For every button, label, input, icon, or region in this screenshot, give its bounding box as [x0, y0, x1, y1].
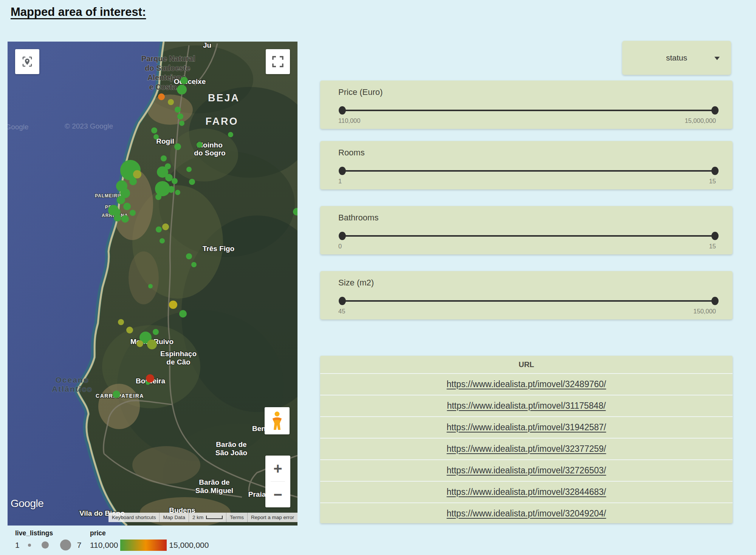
listing-point[interactable]: [136, 340, 143, 347]
map-label: do Sudoeste: [145, 64, 190, 72]
bathrooms-slider-track[interactable]: [342, 232, 715, 240]
map-label: Atlântico: [52, 384, 93, 393]
listing-point[interactable]: [114, 214, 121, 222]
size-slider-max: 150,000: [693, 308, 716, 315]
listing-point[interactable]: [160, 238, 165, 243]
price-slider-handle-max[interactable]: [711, 106, 719, 115]
keyboard-shortcuts-link[interactable]: Keyboard shortcuts: [108, 513, 159, 522]
rooms-slider-range: 1 15: [338, 178, 716, 185]
map-label: de Cão: [166, 358, 190, 366]
map-label: BEJA: [208, 92, 240, 104]
listing-point[interactable]: [147, 340, 157, 349]
price-color-gradient: [120, 539, 167, 551]
listing-point[interactable]: [177, 85, 187, 95]
price-slider-max: 15,000,000: [685, 117, 716, 124]
fullscreen-icon: [272, 56, 284, 67]
bathrooms-slider-handle-min[interactable]: [339, 232, 346, 240]
fullscreen-button[interactable]: [266, 49, 290, 74]
rooms-slider-handle-min[interactable]: [339, 167, 346, 175]
listing-point[interactable]: [168, 99, 174, 105]
map-label: São Miguel: [195, 487, 233, 495]
listing-point[interactable]: [174, 143, 181, 150]
listing-point[interactable]: [186, 167, 192, 172]
rooms-slider-track[interactable]: [342, 167, 715, 175]
size-slider-handle-max[interactable]: [711, 297, 719, 305]
listing-point[interactable]: [151, 127, 157, 133]
listing-link[interactable]: https://www.idealista.pt/imovel/32844683…: [447, 487, 606, 497]
listing-point[interactable]: [197, 142, 203, 148]
listing-point[interactable]: [126, 327, 133, 333]
listing-point[interactable]: [121, 215, 129, 223]
size-slider-handle-min[interactable]: [339, 297, 346, 305]
listing-point[interactable]: [133, 170, 141, 178]
bathrooms-slider-handle-max[interactable]: [711, 232, 719, 240]
listing-point[interactable]: [153, 329, 159, 335]
zoom-in-button[interactable]: +: [265, 456, 290, 481]
listing-point[interactable]: [129, 178, 137, 185]
listing-point[interactable]: [168, 186, 175, 193]
url-table-header: URL: [320, 356, 733, 373]
listing-point[interactable]: [130, 210, 136, 216]
price-legend-title: price: [90, 529, 209, 537]
listing-point[interactable]: [113, 391, 120, 398]
listing-point[interactable]: [155, 181, 170, 196]
url-table: URL https://www.idealista.pt/imovel/3248…: [320, 356, 733, 523]
zoom-out-button[interactable]: −: [265, 482, 290, 507]
listing-point[interactable]: [165, 174, 173, 181]
listing-point[interactable]: [189, 179, 195, 185]
listing-point[interactable]: [162, 223, 169, 230]
listing-link[interactable]: https://www.idealista.pt/imovel/32049204…: [447, 508, 606, 519]
price-slider-label: Price (Euro): [338, 87, 383, 97]
listing-point[interactable]: [161, 155, 167, 161]
listing-point[interactable]: [179, 310, 187, 318]
map-scale: 2 km: [189, 513, 226, 522]
listing-link[interactable]: https://www.idealista.pt/imovel/32726503…: [447, 465, 606, 476]
listing-point[interactable]: [146, 374, 154, 383]
status-dropdown-label: status: [666, 53, 687, 62]
size-slider-panel: Size (m2) 45 150,000: [320, 271, 733, 319]
listing-point[interactable]: [179, 121, 184, 126]
listing-point[interactable]: [123, 203, 131, 210]
listing-point[interactable]: [228, 132, 233, 137]
map-label: Ben: [252, 425, 266, 433]
map-label: Oceano: [55, 375, 89, 384]
price-slider-track[interactable]: [342, 106, 715, 115]
listing-point[interactable]: [191, 262, 197, 267]
listing-point[interactable]: [117, 196, 125, 204]
listing-link[interactable]: https://www.idealista.pt/imovel/31175848…: [447, 401, 606, 411]
listing-point[interactable]: [169, 301, 177, 309]
status-dropdown[interactable]: status: [622, 41, 731, 75]
listing-point[interactable]: [148, 284, 153, 288]
map-label: © 2023 Google: [65, 122, 113, 130]
listing-point[interactable]: [177, 113, 183, 119]
report-map-error-link[interactable]: Report a map error: [247, 513, 297, 522]
price-slider-handle-min[interactable]: [339, 106, 346, 115]
listing-point[interactable]: [158, 93, 165, 100]
rooms-slider-handle-max[interactable]: [711, 167, 719, 175]
chevron-down-icon: [714, 57, 720, 60]
scale-bar: [206, 516, 223, 519]
listing-point[interactable]: [155, 194, 161, 200]
listing-link[interactable]: https://www.idealista.pt/imovel/32489760…: [447, 379, 606, 389]
map-label: Odeceixe: [174, 78, 206, 85]
terms-link[interactable]: Terms: [226, 513, 247, 522]
listing-link[interactable]: https://www.idealista.pt/imovel/32377259…: [447, 444, 606, 454]
my-location-button[interactable]: [15, 49, 39, 74]
listing-point[interactable]: [108, 205, 119, 215]
listing-point[interactable]: [172, 178, 178, 184]
map-data-link[interactable]: Map Data: [159, 513, 189, 522]
listing-point[interactable]: [175, 190, 180, 195]
map-canvas[interactable]: Parque Naturaldo SudoesteAlentejanoe Cos…: [8, 42, 297, 526]
listing-point[interactable]: [175, 107, 181, 113]
listing-point[interactable]: [156, 226, 162, 233]
price-legend-row: 110,000 15,000,000: [90, 539, 209, 551]
listing-point[interactable]: [180, 77, 188, 84]
listing-point[interactable]: [118, 319, 124, 325]
map[interactable]: Parque Naturaldo SudoesteAlentejanoe Cos…: [8, 42, 297, 526]
listing-link[interactable]: https://www.idealista.pt/imovel/31942587…: [447, 422, 606, 433]
map-label: Três Figo: [203, 245, 234, 253]
pegman-control[interactable]: [265, 407, 290, 434]
size-slider-track[interactable]: [342, 297, 715, 305]
listing-point[interactable]: [153, 134, 159, 140]
listing-point[interactable]: [186, 253, 192, 259]
